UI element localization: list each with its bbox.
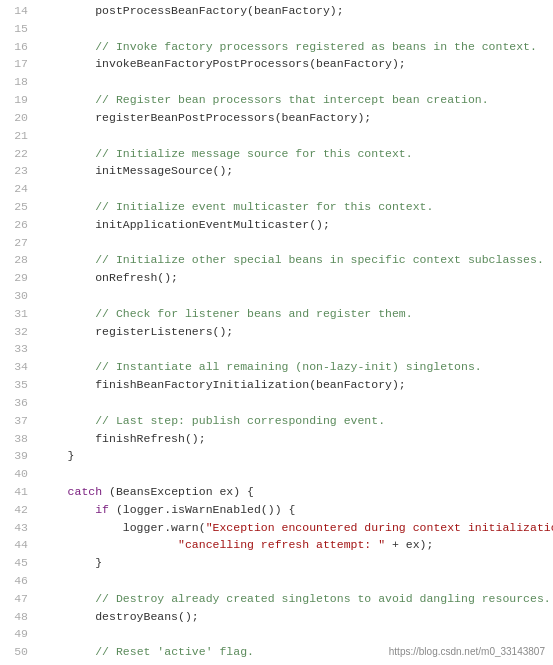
line-number: 40 [0, 465, 36, 483]
comment-token: // Destroy already created singletons to… [95, 592, 550, 605]
line-number: 30 [0, 287, 36, 305]
line-row: 35 finishBeanFactoryInitialization(beanF… [0, 376, 553, 394]
line-number: 19 [0, 91, 36, 109]
line-code: } [36, 447, 553, 465]
line-row: 28 // Initialize other special beans in … [0, 251, 553, 269]
line-code: logger.warn("Exception encountered durin… [36, 519, 553, 537]
code-container: 14 postProcessBeanFactory(beanFactory);1… [0, 0, 553, 665]
line-row: 51 cancelRefresh(ex); [0, 661, 553, 665]
line-number: 39 [0, 447, 36, 465]
code-body[interactable]: 14 postProcessBeanFactory(beanFactory);1… [0, 0, 553, 665]
line-number: 31 [0, 305, 36, 323]
line-row: 39 } [0, 447, 553, 465]
line-code: catch (BeansException ex) { [36, 483, 553, 501]
line-row: 43 logger.warn("Exception encountered du… [0, 519, 553, 537]
line-row: 40 [0, 465, 553, 483]
line-number: 38 [0, 430, 36, 448]
line-number: 17 [0, 55, 36, 73]
comment-token: // Initialize other special beans in spe… [95, 253, 544, 266]
line-number: 35 [0, 376, 36, 394]
line-code: invokeBeanFactoryPostProcessors(beanFact… [36, 55, 553, 73]
line-number: 50 [0, 643, 36, 661]
line-row: 46 [0, 572, 553, 590]
line-row: 49 [0, 625, 553, 643]
comment-token: // Reset 'active' flag. [95, 645, 254, 658]
line-number: 51 [0, 661, 36, 665]
line-row: 27 [0, 234, 553, 252]
comment-token: // Register bean processors that interce… [95, 93, 488, 106]
line-code: } [36, 554, 553, 572]
line-number: 14 [0, 2, 36, 20]
line-code: "cancelling refresh attempt: " + ex); [36, 536, 553, 554]
line-row: 18 [0, 73, 553, 91]
keyword-token: if [95, 503, 109, 516]
line-row: 32 registerListeners(); [0, 323, 553, 341]
line-number: 27 [0, 234, 36, 252]
line-number: 33 [0, 340, 36, 358]
line-row: 24 [0, 180, 553, 198]
line-row: 26 initApplicationEventMulticaster(); [0, 216, 553, 234]
line-row: 22 // Initialize message source for this… [0, 145, 553, 163]
line-code: initApplicationEventMulticaster(); [36, 216, 553, 234]
line-row: 19 // Register bean processors that inte… [0, 91, 553, 109]
line-number: 44 [0, 536, 36, 554]
line-number: 21 [0, 127, 36, 145]
line-code: // Invoke factory processors registered … [36, 38, 553, 56]
line-number: 20 [0, 109, 36, 127]
line-number: 16 [0, 38, 36, 56]
line-number: 36 [0, 394, 36, 412]
line-row: 44 "cancelling refresh attempt: " + ex); [0, 536, 553, 554]
line-row: 42 if (logger.isWarnEnabled()) { [0, 501, 553, 519]
line-code: // Initialize event multicaster for this… [36, 198, 553, 216]
line-row: 30 [0, 287, 553, 305]
watermark: https://blog.csdn.net/m0_33143807 [389, 646, 545, 657]
line-row: 33 [0, 340, 553, 358]
line-code: postProcessBeanFactory(beanFactory); [36, 2, 553, 20]
line-row: 17 invokeBeanFactoryPostProcessors(beanF… [0, 55, 553, 73]
line-code: // Initialize message source for this co… [36, 145, 553, 163]
line-row: 23 initMessageSource(); [0, 162, 553, 180]
line-row: 15 [0, 20, 553, 38]
line-row: 36 [0, 394, 553, 412]
line-number: 42 [0, 501, 36, 519]
comment-token: // Initialize event multicaster for this… [95, 200, 433, 213]
line-row: 48 destroyBeans(); [0, 608, 553, 626]
line-code: // Last step: publish corresponding even… [36, 412, 553, 430]
line-number: 46 [0, 572, 36, 590]
line-number: 37 [0, 412, 36, 430]
line-number: 41 [0, 483, 36, 501]
line-row: 25 // Initialize event multicaster for t… [0, 198, 553, 216]
line-code: // Check for listener beans and register… [36, 305, 553, 323]
line-row: 47 // Destroy already created singletons… [0, 590, 553, 608]
line-code: // Destroy already created singletons to… [36, 590, 553, 608]
line-code: finishRefresh(); [36, 430, 553, 448]
comment-token: // Check for listener beans and register… [95, 307, 412, 320]
line-number: 18 [0, 73, 36, 91]
line-number: 26 [0, 216, 36, 234]
line-row: 34 // Instantiate all remaining (non-laz… [0, 358, 553, 376]
line-number: 45 [0, 554, 36, 572]
line-number: 32 [0, 323, 36, 341]
line-code: cancelRefresh(ex); [36, 661, 553, 665]
line-number: 28 [0, 251, 36, 269]
comment-token: // Last step: publish corresponding even… [95, 414, 385, 427]
line-row: 14 postProcessBeanFactory(beanFactory); [0, 2, 553, 20]
string-token: "Exception encountered during context in… [206, 521, 553, 534]
line-number: 34 [0, 358, 36, 376]
line-code: registerBeanPostProcessors(beanFactory); [36, 109, 553, 127]
line-code: registerListeners(); [36, 323, 553, 341]
string-token: "cancelling refresh attempt: " [178, 538, 385, 551]
line-number: 23 [0, 162, 36, 180]
line-row: 16 // Invoke factory processors register… [0, 38, 553, 56]
line-row: 41 catch (BeansException ex) { [0, 483, 553, 501]
line-row: 20 registerBeanPostProcessors(beanFactor… [0, 109, 553, 127]
line-code: initMessageSource(); [36, 162, 553, 180]
line-code: onRefresh(); [36, 269, 553, 287]
line-code: // Initialize other special beans in spe… [36, 251, 553, 269]
comment-token: // Initialize message source for this co… [95, 147, 412, 160]
keyword-token: catch [68, 485, 103, 498]
line-number: 25 [0, 198, 36, 216]
line-number: 29 [0, 269, 36, 287]
line-number: 43 [0, 519, 36, 537]
line-code: if (logger.isWarnEnabled()) { [36, 501, 553, 519]
